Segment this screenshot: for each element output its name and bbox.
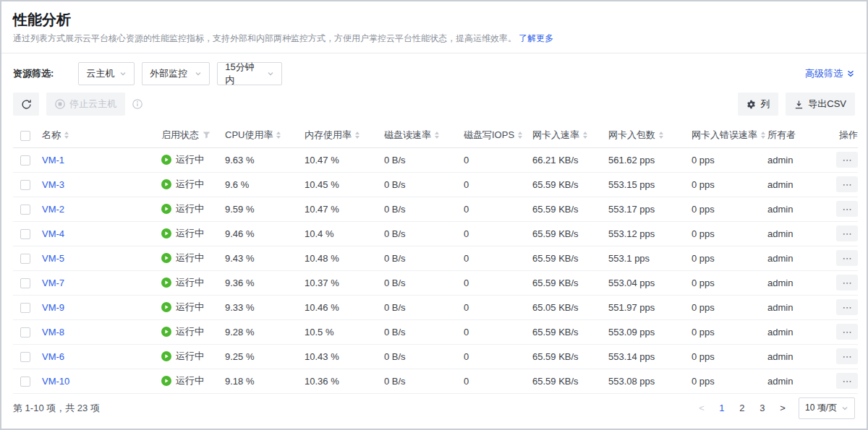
status-running-icon [161,327,171,337]
memory-usage-cell: 10.43 % [305,344,384,369]
table-row: VM-9 运行中 9.33 % 10.46 % 0 B/s 0 65.05 KB… [13,295,858,319]
page-button-3[interactable]: 3 [755,403,770,413]
columns-button[interactable]: 列 [738,93,778,116]
column-header-status[interactable]: 启用状态 [161,123,225,147]
resource-type-select[interactable]: 云主机 [78,62,135,85]
prev-page-button[interactable]: < [694,403,709,413]
vm-name-link[interactable]: VM-5 [42,253,64,264]
disk-write-iops-cell: 0 [464,344,532,369]
net-in-rate-cell: 65.59 KB/s [532,319,608,344]
time-range-select[interactable]: 15分钟内 [217,62,282,85]
net-in-error-cell: 0 pps [692,172,767,197]
monitor-type-select[interactable]: 外部监控 [142,62,210,85]
column-label: 网卡入速率 [532,129,579,140]
advanced-filter-label: 高级筛选 [805,67,843,80]
row-actions-button[interactable]: ⋯ [836,324,858,340]
column-header-name[interactable]: 名称 [42,123,161,147]
column-header-net_err[interactable]: 网卡入错误速率 [692,123,767,147]
ellipsis-icon: ⋯ [843,303,852,312]
disk-read-cell: 0 B/s [384,172,464,197]
row-actions-button[interactable]: ⋯ [836,152,858,168]
status-label: 运行中 [176,153,204,166]
vm-name-link[interactable]: VM-1 [42,155,64,165]
net-in-packets-cell: 553.08 pps [608,369,692,393]
refresh-button[interactable] [13,93,39,116]
vm-name-link[interactable]: VM-6 [42,351,64,362]
table-row: VM-10 运行中 9.18 % 10.36 % 0 B/s 0 65.59 K… [13,369,858,393]
column-header-cpu[interactable]: CPU使用率 [225,123,305,147]
row-checkbox[interactable] [20,303,30,313]
column-header-net_in[interactable]: 网卡入速率 [532,123,608,147]
vm-name-link[interactable]: VM-3 [42,179,64,190]
table-row: VM-6 运行中 9.25 % 10.43 % 0 B/s 0 65.59 KB… [13,344,858,369]
column-header-disk_read[interactable]: 磁盘读速率 [384,123,464,147]
row-checkbox[interactable] [20,155,30,165]
column-header-net_pkt[interactable]: 网卡入包数 [608,123,692,147]
column-label: 所有者 [767,129,796,140]
owner-cell: admin [767,172,822,197]
memory-usage-cell: 10.48 % [305,246,384,270]
net-in-packets-cell: 553.09 pps [608,319,692,344]
owner-cell: admin [767,221,822,246]
row-actions-button[interactable]: ⋯ [836,373,858,389]
export-csv-button[interactable]: 导出CSV [786,93,855,116]
row-actions-button[interactable]: ⋯ [836,201,858,217]
disk-read-cell: 0 B/s [384,221,464,246]
row-checkbox[interactable] [20,327,30,337]
status-label: 运行中 [176,276,204,289]
advanced-filter-link[interactable]: 高级筛选 [805,67,855,80]
vm-name-link[interactable]: VM-8 [42,327,64,337]
net-in-error-cell: 0 pps [692,246,767,270]
disk-write-iops-cell: 0 [464,221,532,246]
row-checkbox[interactable] [20,254,30,264]
vm-name-link[interactable]: VM-10 [42,376,69,387]
row-actions-button[interactable]: ⋯ [836,348,858,364]
row-actions-button[interactable]: ⋯ [836,225,858,241]
row-actions-button[interactable]: ⋯ [836,250,858,266]
row-actions-button[interactable]: ⋯ [836,176,858,192]
select-all-checkbox[interactable] [20,131,30,141]
ellipsis-icon: ⋯ [843,254,852,263]
learn-more-link[interactable]: 了解更多 [519,33,553,43]
page-button-2[interactable]: 2 [735,403,749,413]
chevron-down-icon [841,405,848,412]
table-footer: 第 1-10 项，共 23 项 < 123 > 10 项/页 [1,394,867,423]
column-header-disk_write[interactable]: 磁盘写IOPS [464,123,532,147]
column-label: 启用状态 [161,129,199,140]
next-page-button[interactable]: > [775,403,790,413]
vm-name-link[interactable]: VM-2 [42,204,64,215]
ellipsis-icon: ⋯ [843,180,852,189]
cpu-usage-cell: 9.46 % [225,221,305,246]
vm-name-link[interactable]: VM-7 [42,278,64,288]
column-label: 内存使用率 [305,129,352,140]
row-checkbox[interactable] [20,205,30,215]
disk-write-iops-cell: 0 [464,295,532,319]
sort-icon [583,132,587,139]
download-icon [794,100,804,109]
disk-write-iops-cell: 0 [464,197,532,221]
status-running-icon [161,351,171,361]
net-in-error-cell: 0 pps [692,147,767,172]
stop-vm-button[interactable]: 停止云主机 [46,93,125,116]
row-actions-button[interactable]: ⋯ [836,299,858,315]
cpu-usage-cell: 9.6 % [225,172,305,197]
row-checkbox[interactable] [20,180,30,190]
page-size-select[interactable]: 10 项/页 [799,397,855,419]
row-checkbox[interactable] [20,377,30,387]
net-in-rate-cell: 65.59 KB/s [532,270,608,295]
row-checkbox[interactable] [20,352,30,362]
column-label: 名称 [42,129,61,140]
sort-icon [276,132,281,139]
row-checkbox[interactable] [20,278,30,288]
net-in-rate-cell: 65.59 KB/s [532,246,608,270]
memory-usage-cell: 10.37 % [305,270,384,295]
column-header-mem[interactable]: 内存使用率 [305,123,384,147]
vm-name-link[interactable]: VM-4 [42,228,64,239]
cpu-usage-cell: 9.63 % [225,147,305,172]
stop-vm-info[interactable] [132,99,142,109]
page-button-1[interactable]: 1 [715,403,729,413]
disk-read-cell: 0 B/s [384,270,464,295]
row-actions-button[interactable]: ⋯ [836,275,858,291]
vm-name-link[interactable]: VM-9 [42,302,64,313]
row-checkbox[interactable] [20,229,30,239]
